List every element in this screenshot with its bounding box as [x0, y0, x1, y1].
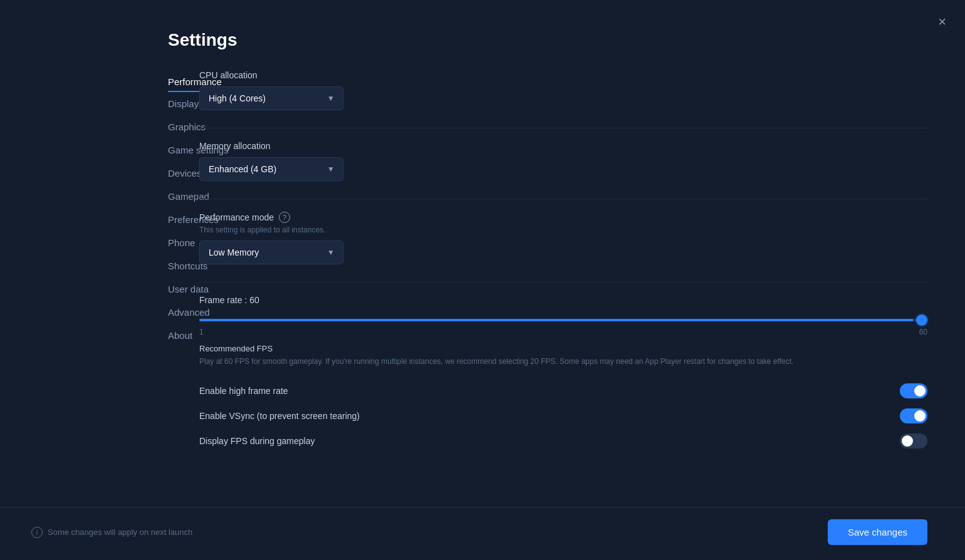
memory-allocation-label: Memory allocation	[199, 141, 927, 151]
frame-rate-section: Frame rate : 60 1 60 Recommended FPS Pla…	[199, 295, 927, 454]
memory-allocation-section: Memory allocation Low (1 GB)Standard (2 …	[199, 141, 927, 181]
frame-rate-label: Frame rate : 60	[199, 295, 927, 305]
toggle-high-frame-rate[interactable]	[900, 383, 927, 398]
save-changes-button[interactable]: Save changes	[828, 519, 927, 545]
cpu-allocation-section: CPU allocation Low (1 Core)Medium (2 Cor…	[199, 70, 927, 110]
recommended-fps-title: Recommended FPS	[199, 344, 927, 353]
footer-info-icon: i	[31, 527, 43, 538]
performance-mode-section: Performance mode ? This setting is appli…	[199, 212, 927, 264]
settings-modal: × Settings PerformanceDisplayGraphicsGam…	[0, 0, 965, 560]
settings-title: Settings	[0, 0, 965, 70]
footer-note-text: Some changes will apply on next launch	[48, 527, 192, 537]
divider-2	[199, 199, 927, 199]
toggle-row-vsync: Enable VSync (to prevent screen tearing)	[199, 403, 927, 428]
frame-rate-slider[interactable]	[199, 319, 927, 321]
toggle-label-vsync: Enable VSync (to prevent screen tearing)	[199, 411, 360, 421]
toggle-vsync[interactable]	[900, 408, 927, 423]
cpu-allocation-select[interactable]: Low (1 Core)Medium (2 Cores)High (4 Core…	[199, 86, 343, 110]
divider-3	[199, 282, 927, 283]
close-button[interactable]: ×	[938, 15, 946, 29]
performance-mode-label: Performance mode	[199, 212, 274, 222]
memory-allocation-wrapper: Low (1 GB)Standard (2 GB)Enhanced (4 GB)…	[199, 157, 343, 181]
frame-rate-slider-container	[199, 313, 927, 324]
toggle-row-high-frame-rate: Enable high frame rate	[199, 378, 927, 403]
toggle-label-display-fps: Display FPS during gameplay	[199, 436, 315, 446]
performance-mode-description: This setting is applied to all instances…	[199, 226, 927, 234]
cpu-allocation-label: CPU allocation	[199, 70, 927, 80]
recommended-fps-description: Play at 60 FPS for smooth gameplay. If y…	[199, 356, 927, 367]
toggle-label-high-frame-rate: Enable high frame rate	[199, 386, 288, 396]
cpu-allocation-wrapper: Low (1 Core)Medium (2 Cores)High (4 Core…	[199, 86, 343, 110]
divider-1	[199, 128, 927, 128]
performance-mode-header: Performance mode ?	[199, 212, 927, 223]
slider-min-label: 1	[199, 328, 204, 336]
settings-footer: i Some changes will apply on next launch…	[0, 507, 965, 560]
footer-note: i Some changes will apply on next launch	[31, 527, 192, 538]
performance-mode-select[interactable]: Low MemoryBalancedHigh Performance	[199, 241, 343, 264]
performance-mode-wrapper: Low MemoryBalancedHigh Performance ▼	[199, 241, 343, 264]
slider-minmax: 1 60	[199, 328, 927, 336]
main-content: CPU allocation Low (1 Core)Medium (2 Cor…	[168, 70, 965, 507]
toggle-row-display-fps: Display FPS during gameplay	[199, 428, 927, 454]
sidebar: PerformanceDisplayGraphicsGame settingsD…	[0, 70, 168, 507]
toggle-display-fps[interactable]	[900, 433, 927, 449]
performance-mode-help-icon[interactable]: ?	[279, 212, 290, 223]
slider-max-label: 60	[919, 328, 927, 336]
memory-allocation-select[interactable]: Low (1 GB)Standard (2 GB)Enhanced (4 GB)…	[199, 157, 343, 181]
settings-body: PerformanceDisplayGraphicsGame settingsD…	[0, 70, 965, 507]
